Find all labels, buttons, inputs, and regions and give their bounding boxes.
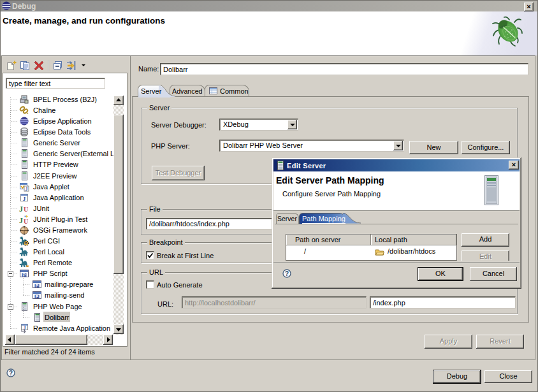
svg-text:U: U bbox=[24, 206, 28, 213]
svg-text:J: J bbox=[25, 186, 28, 192]
svg-text:J: J bbox=[23, 196, 26, 202]
svg-text:J: J bbox=[19, 205, 23, 214]
svg-text:P: P bbox=[36, 284, 39, 288]
svg-text:?: ? bbox=[285, 270, 289, 277]
svg-text:J: J bbox=[24, 325, 26, 331]
svg-text:P: P bbox=[36, 294, 39, 299]
svg-text:?: ? bbox=[9, 370, 13, 377]
svg-text:J: J bbox=[19, 216, 23, 224]
svg-text:U: U bbox=[24, 218, 28, 225]
